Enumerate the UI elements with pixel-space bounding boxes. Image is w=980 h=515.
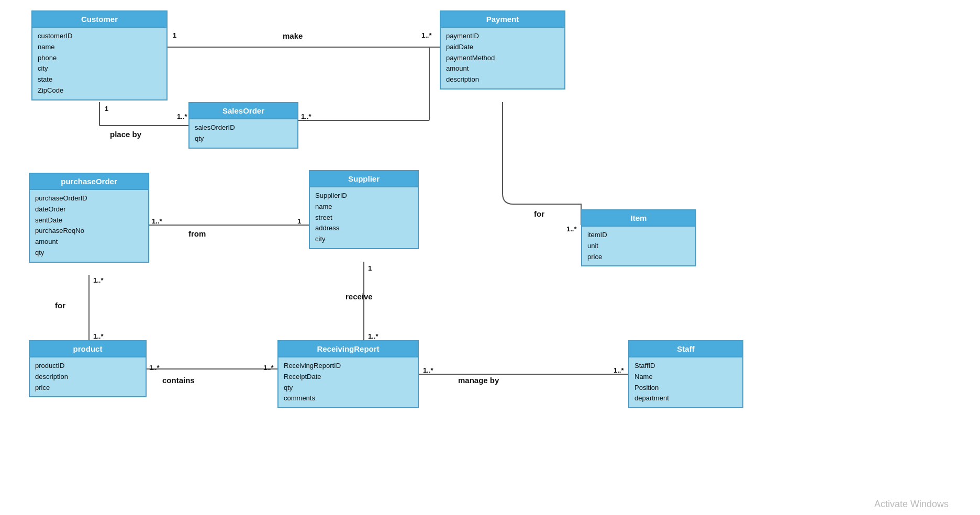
purchaseorder-entity: purchaseOrder purchaseOrderID dateOrder … [29,173,149,263]
mult-product-contains: 1..* [149,364,160,372]
mult-receive-report: 1..* [368,332,378,340]
payment-header: Payment [441,12,564,28]
diagram-container: Customer customerID name phone city stat… [0,0,980,515]
salesorder-body: salesOrderID qty [190,119,297,148]
mult-po-product2: 1..* [93,332,104,340]
mult-supplier-receive: 1 [368,264,372,272]
salesorder-header: SalesOrder [190,103,297,119]
payment-entity: Payment paymentID paidDate paymentMethod… [440,10,565,89]
receivingreport-header: ReceivingReport [279,341,418,357]
product-entity: product productID description price [29,340,147,397]
staff-body: StaffID Name Position department [629,357,742,407]
staff-header: Staff [629,341,742,357]
item-body: itemID unit price [582,227,695,265]
receivingreport-body: ReceivingReportID ReceiptDate qty commen… [279,357,418,407]
supplier-header: Supplier [310,171,418,187]
mult-payment-item: 1..* [566,225,577,233]
placeby-label: place by [110,130,141,139]
mult-salesorder-place: 1..* [177,113,187,120]
contains-label: contains [162,376,195,385]
purchaseorder-body: purchaseOrderID dateOrder sentDate purch… [30,190,148,262]
mult-payment-make: 1..* [421,31,432,39]
staff-entity: Staff StaffID Name Position department [628,340,743,408]
mult-report-manage: 1..* [423,366,433,374]
for-po-label: for [55,301,65,310]
mult-po-product1: 1..* [93,276,104,284]
mult-customer-place: 1 [105,105,108,113]
item-header: Item [582,210,695,227]
product-header: product [30,341,146,357]
supplier-body: SupplierID name street address city [310,187,418,248]
payment-body: paymentID paidDate paymentMethod amount … [441,28,564,88]
mult-salesorder-payment: 1..* [301,113,311,120]
customer-entity: Customer customerID name phone city stat… [31,10,168,100]
from-label: from [188,229,206,238]
receivingreport-entity: ReceivingReport ReceivingReportID Receip… [277,340,419,408]
activate-windows-text: Activate Windows [874,499,949,510]
for-payment-label: for [534,209,544,218]
make-label: make [283,31,303,40]
supplier-entity: Supplier SupplierID name street address … [309,170,419,249]
customer-header: Customer [32,12,166,28]
receive-label: receive [346,292,373,301]
salesorder-entity: SalesOrder salesOrderID qty [188,102,298,149]
purchaseorder-header: purchaseOrder [30,174,148,190]
mult-customer-make: 1 [173,31,176,39]
mult-supplier-from: 1 [297,217,301,225]
manageby-label: manage by [458,376,499,385]
mult-po-from: 1..* [152,217,162,225]
product-body: productID description price [30,357,146,396]
item-entity: Item itemID unit price [581,209,696,266]
customer-body: customerID name phone city state ZipCode [32,28,166,99]
mult-report-contains: 1..* [263,364,274,372]
mult-staff-manage: 1..* [614,366,624,374]
